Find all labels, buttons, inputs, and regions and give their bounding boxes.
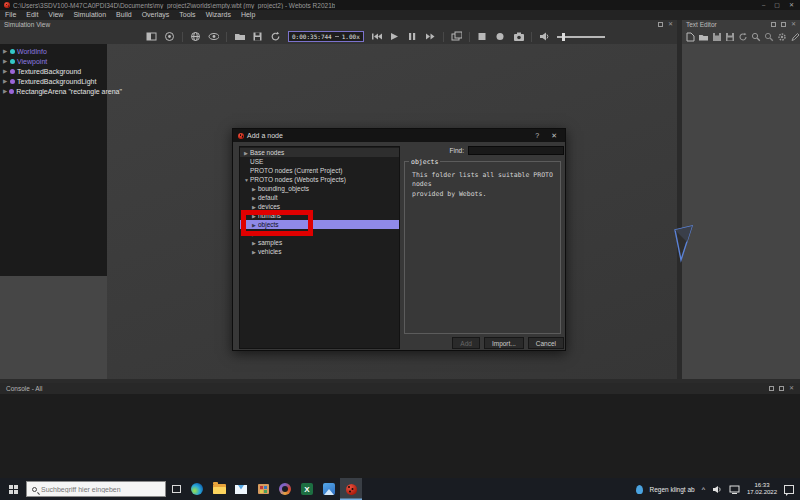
find-replace-icon[interactable] bbox=[764, 31, 774, 42]
find-icon[interactable] bbox=[751, 31, 761, 42]
taskbar-app-mail[interactable] bbox=[230, 478, 252, 500]
taskbar-app-circular[interactable] bbox=[274, 478, 296, 500]
minimize-panel-icon[interactable] bbox=[771, 22, 776, 27]
viewport-pen-object[interactable] bbox=[665, 224, 699, 266]
new-file-icon[interactable] bbox=[686, 31, 695, 42]
menu-wizards[interactable]: Wizards bbox=[201, 10, 236, 20]
taskbar-app-excel[interactable] bbox=[296, 478, 318, 500]
tray-network-icon[interactable] bbox=[729, 485, 740, 494]
taskbar-app-edge[interactable] bbox=[186, 478, 208, 500]
expander-icon[interactable]: ▶ bbox=[252, 204, 256, 210]
taskbar-app-photos[interactable] bbox=[318, 478, 340, 500]
pen-icon[interactable] bbox=[790, 31, 800, 42]
save-world-icon[interactable] bbox=[252, 31, 263, 42]
preferences-gear-icon[interactable] bbox=[777, 31, 787, 42]
close-icon[interactable]: ✕ bbox=[551, 132, 557, 140]
expander-icon[interactable]: ▶ bbox=[3, 78, 8, 84]
undock-icon[interactable] bbox=[658, 22, 663, 27]
help-button[interactable]: ? bbox=[535, 132, 539, 140]
weather-text[interactable]: Regen klingt ab bbox=[650, 486, 695, 493]
menu-overlays[interactable]: Overlays bbox=[137, 10, 175, 20]
expander-icon[interactable]: ▶ bbox=[252, 195, 256, 201]
open-file-icon[interactable] bbox=[698, 31, 709, 42]
taskbar-app-file-explorer[interactable] bbox=[208, 478, 230, 500]
weather-icon[interactable] bbox=[636, 485, 643, 494]
expander-icon[interactable]: ▶ bbox=[252, 186, 256, 192]
task-view-button[interactable] bbox=[166, 478, 186, 500]
menu-help[interactable]: Help bbox=[236, 10, 260, 20]
scene-tree-item-viewpoint[interactable]: ▶ Viewpoint bbox=[0, 56, 107, 66]
menu-tools[interactable]: Tools bbox=[174, 10, 200, 20]
tree-item-proto-webots-projects[interactable]: ▼ PROTO nodes (Webots Projects) bbox=[240, 175, 399, 184]
revert-file-icon[interactable] bbox=[738, 31, 748, 42]
reload-world-icon[interactable] bbox=[270, 31, 281, 42]
minimize-panel-icon[interactable] bbox=[769, 386, 774, 391]
close-panel-icon[interactable]: ✕ bbox=[789, 384, 794, 393]
save-file-as-icon[interactable] bbox=[725, 31, 735, 42]
pause-icon[interactable] bbox=[407, 31, 418, 42]
close-icon[interactable]: ✕ bbox=[789, 0, 794, 10]
float-panel-icon[interactable] bbox=[781, 22, 786, 27]
cancel-button[interactable]: Cancel bbox=[528, 337, 564, 349]
tree-item-base-nodes[interactable]: ▶ Base nodes bbox=[240, 148, 399, 157]
scene-tree-item-worldinfo[interactable]: ▶ WorldInfo bbox=[0, 46, 107, 56]
find-input[interactable] bbox=[468, 146, 564, 155]
slider-thumb[interactable] bbox=[562, 33, 565, 41]
add-button[interactable]: Add bbox=[452, 337, 480, 349]
taskbar-app-webots[interactable] bbox=[340, 478, 362, 500]
expander-icon[interactable]: ▶ bbox=[3, 48, 8, 54]
menu-edit[interactable]: Edit bbox=[21, 10, 43, 20]
expander-icon[interactable]: ▶ bbox=[3, 88, 7, 94]
menu-simulation[interactable]: Simulation bbox=[68, 10, 111, 20]
tree-item-use[interactable]: USE bbox=[240, 157, 399, 166]
expander-icon[interactable]: ▶ bbox=[252, 249, 256, 255]
rewind-icon[interactable] bbox=[371, 31, 382, 42]
menu-file[interactable]: File bbox=[0, 10, 21, 20]
expander-icon[interactable]: ▼ bbox=[244, 177, 248, 183]
expander-icon[interactable]: ▶ bbox=[252, 240, 256, 246]
maximize-icon[interactable]: ▢ bbox=[774, 0, 780, 10]
scene-tree-item-rectanglearena[interactable]: ▶ RectangleArena "rectangle arena" bbox=[0, 86, 107, 96]
expander-icon[interactable]: ▶ bbox=[3, 58, 8, 64]
close-panel-icon[interactable]: ✕ bbox=[668, 20, 673, 29]
rendering-layers-icon[interactable] bbox=[451, 31, 462, 42]
text-editor-body[interactable] bbox=[682, 44, 800, 379]
simulation-time-display[interactable]: 0:00:35:744 1.00x bbox=[288, 31, 364, 42]
minimize-icon[interactable]: – bbox=[762, 0, 765, 10]
tree-item-default[interactable]: ▶ default bbox=[240, 193, 399, 202]
add-node-icon[interactable] bbox=[164, 31, 175, 42]
start-button[interactable] bbox=[0, 478, 26, 500]
action-center-icon[interactable] bbox=[784, 485, 794, 494]
screenshot-icon[interactable] bbox=[513, 31, 524, 42]
tree-item-vehicles[interactable]: ▶ vehicles bbox=[240, 247, 399, 256]
hidden-icons-chevron[interactable]: ^ bbox=[702, 486, 705, 493]
import-button[interactable]: Import... bbox=[484, 337, 524, 349]
taskbar-app-store[interactable] bbox=[252, 478, 274, 500]
toggle-scene-tree-icon[interactable] bbox=[146, 31, 157, 42]
menu-view[interactable]: View bbox=[43, 10, 68, 20]
open-world-icon[interactable] bbox=[234, 31, 245, 42]
play-icon[interactable] bbox=[389, 31, 400, 42]
restore-viewpoint-icon[interactable] bbox=[190, 31, 201, 42]
fast-forward-icon[interactable] bbox=[425, 31, 436, 42]
show-rendering-icon[interactable] bbox=[208, 31, 219, 42]
tree-item-samples[interactable]: ▶ samples bbox=[240, 238, 399, 247]
search-input[interactable] bbox=[41, 486, 151, 493]
expander-icon[interactable]: ▶ bbox=[3, 68, 8, 74]
tree-item-proto-current-project[interactable]: PROTO nodes (Current Project) bbox=[240, 166, 399, 175]
close-panel-icon[interactable]: ✕ bbox=[791, 20, 796, 29]
save-file-icon[interactable] bbox=[712, 31, 722, 42]
clock[interactable]: 16:33 17.02.2022 bbox=[747, 482, 777, 496]
record-movie-icon[interactable] bbox=[495, 31, 506, 42]
scene-tree-item-texturedbackground[interactable]: ▶ TexturedBackground bbox=[0, 66, 107, 76]
speaker-icon[interactable] bbox=[539, 31, 550, 42]
taskbar-search[interactable] bbox=[26, 481, 166, 497]
scene-tree-item-texturedbackgroundlight[interactable]: ▶ TexturedBackgroundLight bbox=[0, 76, 107, 86]
float-panel-icon[interactable] bbox=[779, 386, 784, 391]
menu-build[interactable]: Build bbox=[111, 10, 137, 20]
stop-icon[interactable] bbox=[477, 31, 488, 42]
expander-icon[interactable]: ▶ bbox=[244, 150, 248, 156]
tree-item-bounding-objects[interactable]: ▶ bounding_objects bbox=[240, 184, 399, 193]
tray-speaker-icon[interactable] bbox=[712, 485, 722, 494]
volume-slider[interactable] bbox=[557, 31, 605, 42]
